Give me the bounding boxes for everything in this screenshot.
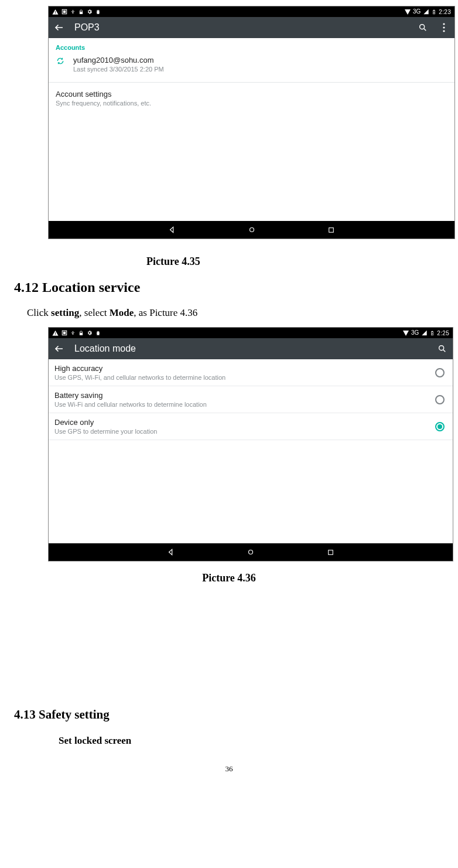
figure-caption-2: Picture 4.36: [6, 572, 452, 584]
wifi-icon: [405, 9, 411, 15]
nav-recent-button[interactable]: [327, 225, 336, 234]
battery-icon: [430, 330, 435, 336]
app-bar: POP3: [49, 17, 454, 38]
intro-bold-mode: Mode: [110, 307, 134, 318]
figure-caption-1: Picture 4.35: [146, 256, 452, 268]
cell-signal-icon: [423, 9, 429, 15]
sync-icon: [56, 56, 65, 65]
lock-icon: [78, 330, 84, 336]
screenshot-pop3-accounts: 3G 2:23 POP3: [48, 6, 455, 239]
accounts-section-label: Accounts: [49, 38, 454, 55]
section-heading-413: 4.13 Safety setting: [14, 707, 452, 722]
settings-gear-icon: [87, 9, 93, 15]
nav-home-button[interactable]: [246, 547, 255, 557]
svg-point-14: [439, 346, 444, 350]
account-settings-title: Account settings: [56, 90, 447, 98]
mode-title: Battery saving: [54, 391, 207, 400]
mode-title: Device only: [54, 418, 157, 427]
accounts-panel: Accounts yufang2010@sohu.com Last synced…: [49, 38, 454, 221]
warning-icon: [52, 330, 59, 336]
intro-text: , as Picture 4.36: [134, 307, 197, 318]
account-last-sync: Last synced 3/30/2015 2:20 PM: [73, 66, 164, 73]
mode-subtitle: Use Wi-Fi and cellular networks to deter…: [54, 401, 207, 408]
debug-icon: [95, 330, 101, 336]
svg-rect-16: [328, 550, 333, 554]
status-bar-left: [52, 9, 101, 15]
section-heading-412: 4.12 Location service: [14, 280, 452, 295]
svg-point-4: [420, 25, 425, 29]
svg-point-8: [249, 228, 254, 232]
screenshot-icon: [61, 9, 67, 15]
network-type-label: 3G: [413, 9, 421, 15]
section-412-intro: Click setting, select Mode, as Picture 4…: [27, 307, 452, 319]
settings-gear-icon: [87, 330, 93, 336]
search-button[interactable]: [417, 22, 429, 33]
status-bar-left: [52, 330, 101, 336]
screenshot-location-mode: 3G 2:25 Location mode: [48, 327, 453, 561]
mode-subtitle: Use GPS, Wi-Fi, and cellular networks to…: [54, 374, 225, 381]
intro-bold-setting: setting: [51, 307, 79, 318]
svg-rect-1: [63, 11, 65, 12]
mode-row-battery-saving[interactable]: Battery saving Use Wi-Fi and cellular ne…: [49, 386, 453, 413]
search-button[interactable]: [436, 343, 448, 355]
status-bar: 3G 2:25: [49, 328, 453, 338]
overflow-menu-button[interactable]: [438, 22, 450, 33]
usb-icon: [70, 330, 76, 336]
status-bar-right: 3G 2:23: [405, 9, 451, 15]
account-settings-row[interactable]: Account settings Sync frequency, notific…: [49, 86, 454, 113]
svg-rect-9: [329, 227, 334, 232]
back-button[interactable]: [53, 22, 65, 33]
battery-icon: [432, 9, 436, 15]
cell-signal-icon: [421, 330, 428, 336]
svg-rect-13: [432, 331, 433, 332]
screenshot-icon: [61, 330, 67, 336]
account-email: yufang2010@sohu.com: [73, 56, 164, 64]
mode-subtitle: Use GPS to determine your location: [54, 428, 157, 435]
nav-recent-button[interactable]: [326, 547, 335, 557]
nav-bar: [49, 221, 454, 239]
mode-row-device-only[interactable]: Device only Use GPS to determine your lo…: [49, 413, 453, 440]
mode-row-high-accuracy[interactable]: High accuracy Use GPS, Wi-Fi, and cellul…: [49, 359, 453, 386]
usb-icon: [70, 9, 76, 15]
location-mode-list: High accuracy Use GPS, Wi-Fi, and cellul…: [49, 359, 453, 543]
warning-icon: [52, 9, 59, 15]
radio-device-only[interactable]: [435, 422, 445, 431]
app-bar-title: POP3: [74, 22, 100, 33]
intro-text: Click: [27, 307, 51, 318]
nav-back-button[interactable]: [168, 225, 177, 234]
nav-home-button[interactable]: [247, 225, 257, 234]
svg-point-7: [443, 30, 445, 32]
intro-text: , select: [79, 307, 109, 318]
svg-rect-11: [63, 332, 65, 333]
app-bar: Location mode: [49, 338, 453, 359]
mode-title: High accuracy: [54, 364, 225, 373]
clock-time: 2:25: [437, 330, 449, 336]
divider: [49, 82, 454, 83]
app-bar-title: Location mode: [74, 343, 136, 354]
svg-point-15: [249, 550, 253, 554]
section-413-subheading: Set locked screen: [59, 735, 452, 747]
account-settings-subtitle: Sync frequency, notifications, etc.: [56, 100, 447, 107]
status-bar: 3G 2:23: [49, 6, 454, 17]
debug-icon: [95, 9, 101, 15]
network-type-label: 3G: [411, 330, 419, 336]
nav-bar: [49, 543, 453, 561]
back-button[interactable]: [53, 343, 65, 355]
svg-point-5: [443, 23, 445, 25]
clock-time: 2:23: [439, 9, 451, 15]
account-row[interactable]: yufang2010@sohu.com Last synced 3/30/201…: [49, 55, 454, 79]
lock-icon: [78, 9, 84, 15]
nav-back-button[interactable]: [166, 547, 176, 557]
svg-rect-3: [434, 10, 435, 11]
status-bar-right: 3G 2:25: [403, 330, 449, 336]
svg-point-6: [443, 26, 445, 28]
page-number: 36: [6, 764, 452, 778]
radio-high-accuracy[interactable]: [435, 368, 445, 377]
radio-battery-saving[interactable]: [435, 395, 445, 404]
wifi-icon: [403, 331, 409, 336]
